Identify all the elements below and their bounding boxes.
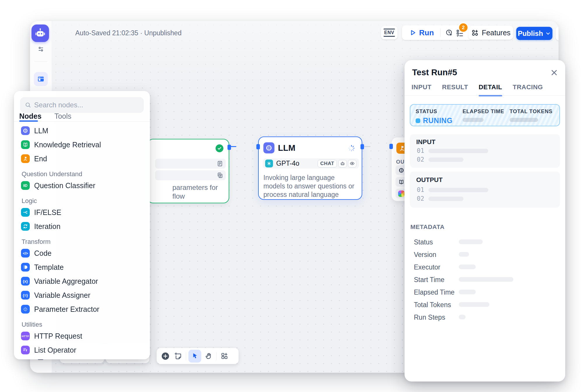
- skeleton-bar: [428, 188, 488, 192]
- start-node-description: parameters for flow: [172, 183, 218, 201]
- issues-badge[interactable]: 2: [459, 23, 468, 32]
- metadata-row: Start Time: [405, 276, 565, 283]
- node-item-llm[interactable]: LLM: [14, 124, 150, 138]
- template-icon: [21, 263, 30, 272]
- output-handle[interactable]: [360, 144, 364, 149]
- node-item-list-operator[interactable]: List Operator: [14, 343, 150, 357]
- features-icon: [471, 29, 479, 37]
- search-input[interactable]: [34, 101, 139, 109]
- metadata-rows: StatusVersionExecutorStart TimeElapsed T…: [405, 238, 565, 326]
- document-icon: [216, 160, 223, 167]
- run-status-value: RUNING: [423, 116, 453, 125]
- skeleton-bar: [459, 265, 476, 269]
- skeleton-bar: [463, 118, 484, 122]
- play-icon: [409, 29, 416, 36]
- node-item-knowledge-retrieval[interactable]: Knowledge Retrieval: [14, 138, 150, 152]
- organize-nodes-button[interactable]: [219, 351, 230, 361]
- book-icon: [21, 140, 30, 149]
- start-node[interactable]: parameters for flow: [147, 139, 229, 203]
- add-node-button[interactable]: [160, 351, 171, 361]
- run-history-icon[interactable]: [444, 27, 455, 38]
- output-title: OUTPUT: [416, 176, 442, 184]
- flag-icon: [21, 154, 30, 163]
- run-panel-tabs: INPUTRESULTDETAILTRACING: [412, 83, 543, 96]
- running-spinner-icon: [348, 144, 355, 152]
- node-item-question-classifier[interactable]: Question Classifier: [14, 178, 150, 192]
- elapsed-column: ELAPSED TIME: [463, 108, 504, 122]
- io-row: 01: [417, 187, 488, 192]
- input-handle[interactable]: [389, 144, 393, 149]
- env-button[interactable]: ENV: [381, 26, 398, 39]
- status-card: STATUS RUNING ELAPSED TIME TOTAL TOKENS: [410, 104, 560, 126]
- success-check-icon: [216, 144, 223, 152]
- divider: [216, 352, 217, 360]
- metadata-row: Run Steps: [405, 314, 565, 321]
- canvas-toolbar: [157, 348, 239, 364]
- metadata-row: Version: [405, 251, 565, 258]
- divider: [34, 61, 47, 62]
- skeleton-bar: [459, 239, 483, 244]
- dots-icon: [21, 305, 30, 314]
- tab-nodes[interactable]: Nodes: [19, 112, 41, 123]
- llm-node-description: Invoking large language models to answer…: [263, 174, 357, 199]
- vision-toggle[interactable]: [348, 160, 356, 167]
- output-card: OUTPUT 0102: [410, 172, 560, 208]
- http-icon: HTTP: [21, 332, 30, 340]
- autosave-status: Auto-Saved 21:02:35 · Unpublished: [75, 29, 181, 37]
- node-item-variable-assigner[interactable]: {=}Variable Assigner: [14, 288, 150, 302]
- active-tab-underline: [19, 120, 38, 122]
- model-selector[interactable]: GPT-4o CHAT: [263, 158, 359, 169]
- metadata-row: Executor: [405, 263, 565, 270]
- skeleton-bar: [459, 315, 466, 319]
- node-group-title: Utilities: [14, 320, 150, 329]
- node-item-http-request[interactable]: HTTPHTTP Request: [14, 329, 150, 343]
- node-list: LLMKnowledge RetrievalEndQuestion Unders…: [14, 124, 150, 357]
- test-run-panel: Test Run#5 INPUTRESULTDETAILTRACING STAT…: [405, 60, 565, 382]
- input-title: INPUT: [416, 138, 435, 146]
- openai-icon: [265, 160, 273, 167]
- node-item-iteration[interactable]: Iteration: [14, 219, 150, 233]
- llm-node[interactable]: LLM GPT-4o CHAT: [258, 136, 362, 200]
- app-robot-icon[interactable]: [32, 24, 49, 42]
- listop-icon: [21, 346, 30, 354]
- preferences-sliders-icon[interactable]: [37, 46, 45, 53]
- run-tab-result[interactable]: RESULT: [442, 83, 468, 96]
- features-button[interactable]: Features: [468, 26, 513, 40]
- book-icon: [398, 179, 405, 185]
- output-handle[interactable]: [228, 145, 231, 150]
- start-variable-row[interactable]: [155, 170, 226, 180]
- model-name: GPT-4o: [276, 160, 318, 167]
- llm-node-title: LLM: [278, 143, 295, 153]
- publish-button[interactable]: Publish: [516, 27, 552, 40]
- run-tab-tracing[interactable]: TRACING: [513, 83, 543, 96]
- run-tab-input[interactable]: INPUT: [412, 83, 432, 96]
- sidebar-item-workflow[interactable]: [34, 72, 48, 86]
- pointer-tool-button[interactable]: [188, 350, 201, 363]
- run-panel-title: Test Run#5: [412, 68, 457, 77]
- dalle-icon: [398, 190, 405, 197]
- node-item-code[interactable]: </>Code: [14, 246, 150, 260]
- io-row: 01: [417, 148, 488, 153]
- tab-tools[interactable]: Tools: [54, 112, 71, 123]
- add-note-button[interactable]: [173, 351, 183, 361]
- classifier-icon: [21, 181, 30, 190]
- close-icon[interactable]: [550, 68, 559, 77]
- node-item-end[interactable]: End: [14, 152, 150, 166]
- model-icon: [398, 167, 405, 174]
- metadata-row: Elapsed Time: [405, 288, 565, 295]
- node-item-parameter-extractor[interactable]: Parameter Extractor: [14, 302, 150, 316]
- run-button[interactable]: Run: [406, 28, 437, 37]
- features-label: Features: [482, 29, 511, 37]
- run-tab-detail[interactable]: DETAIL: [479, 83, 502, 96]
- node-item-variable-aggregator[interactable]: {x}Variable Aggregator: [14, 274, 150, 288]
- agent-toggle[interactable]: [338, 160, 347, 167]
- node-item-template[interactable]: Template: [14, 260, 150, 274]
- metadata-title: METADATA: [410, 223, 444, 230]
- search-icon: [25, 102, 31, 108]
- input-handle[interactable]: [256, 144, 260, 149]
- hand-tool-button[interactable]: [204, 351, 214, 361]
- version-history-button[interactable]: [556, 27, 559, 41]
- start-variable-row[interactable]: [155, 159, 226, 169]
- node-item-if-else[interactable]: IF/ELSE: [14, 205, 150, 219]
- skeleton-bar: [459, 252, 469, 257]
